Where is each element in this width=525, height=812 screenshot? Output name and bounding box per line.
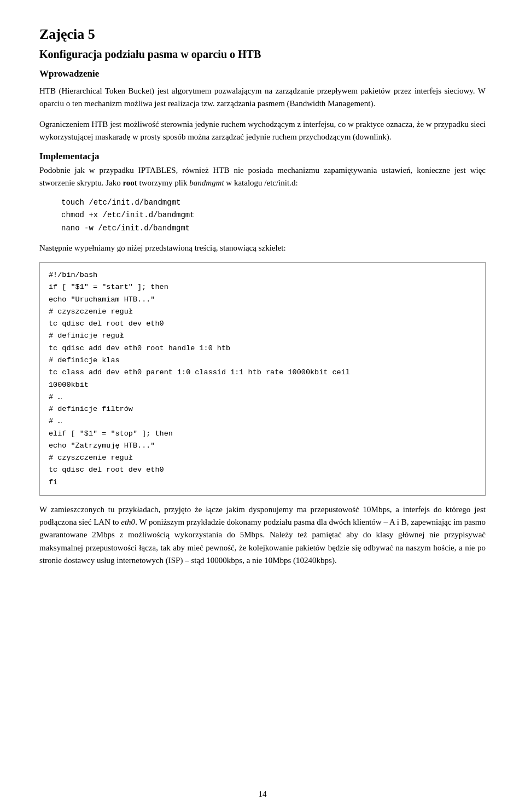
impl-title: Implementacja: [39, 151, 486, 162]
implementation-section: Implementacja Podobnie jak w przypadku I…: [39, 151, 486, 190]
impl-bold-root: root: [122, 178, 137, 187]
intro-paragraph-1: HTB (Hierarchical Token Bucket) jest alg…: [39, 85, 486, 111]
script-block: #!/bin/bash if [ "$1" = "start" ]; then …: [39, 262, 486, 496]
page-number: 14: [0, 790, 525, 799]
closing-paragraph: W zamieszczonych tu przykładach, przyjęt…: [39, 503, 486, 567]
following-text: Następnie wypełniamy go niżej przedstawi…: [39, 242, 486, 254]
intro-paragraph-2: Ograniczeniem HTB jest możliwość sterown…: [39, 118, 486, 144]
page: Zajęcia 5 Konfiguracja podziału pasma w …: [0, 0, 525, 812]
impl-paragraph-1: Podobnie jak w przypadku IPTABLES, równi…: [39, 164, 486, 190]
impl-italic-bandmgmt: bandmgmt: [189, 178, 224, 187]
section-title: Konfiguracja podziału pasma w oparciu o …: [39, 48, 486, 61]
command-line-2: chmod +x /etc/init.d/bandmgmt: [61, 209, 486, 222]
impl-text-1b: tworzymy plik: [137, 178, 189, 187]
command-line-1: touch /etc/init.d/bandmgmt: [61, 196, 486, 210]
page-title: Zajęcia 5: [39, 26, 486, 43]
closing-italic-eth0: eth0: [121, 518, 135, 526]
impl-text-1c: w katalogu /etc/init.d:: [224, 178, 298, 187]
command-line-3: nano -w /etc/init.d/bandmgmt: [61, 222, 486, 235]
subsection-intro: Wprowadzenie: [39, 68, 486, 79]
commands-block: touch /etc/init.d/bandmgmt chmod +x /etc…: [61, 196, 486, 235]
